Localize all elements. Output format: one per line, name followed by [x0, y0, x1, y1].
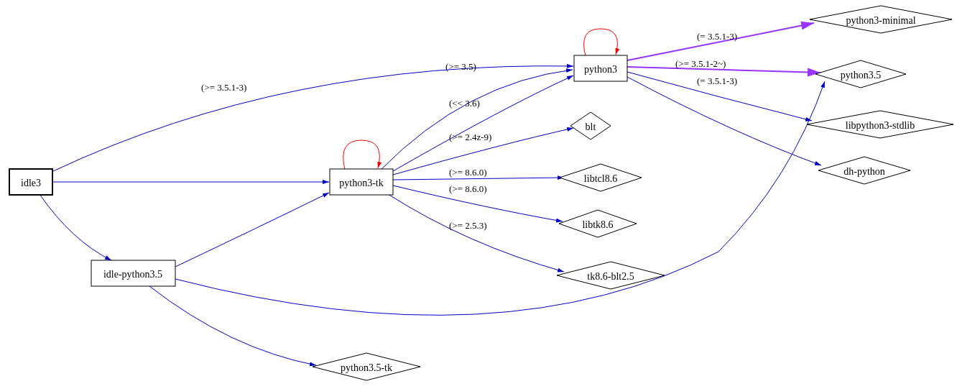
- edge-label: (= 3.5.1-3): [697, 75, 737, 86]
- edge-label: (<< 3.6): [449, 98, 480, 109]
- edge-label: (= 3.5.1-3): [697, 31, 737, 42]
- node-label: libtcl8.6: [584, 173, 617, 184]
- node-python35: python3.5: [815, 60, 906, 88]
- node-idle3: idle3: [9, 169, 52, 195]
- node-python3: python3: [574, 55, 627, 81]
- edge-label: (>= 3.5): [445, 61, 476, 72]
- node-label: blt: [586, 122, 596, 132]
- node-label: python3.5-tk: [341, 362, 392, 373]
- node-libtk86: libtk8.6: [559, 210, 637, 237]
- node-label: python3: [584, 64, 617, 75]
- node-label: tk8.6-blt2.5: [587, 271, 634, 282]
- edge-python3tk-python3-2: [393, 75, 573, 171]
- node-label: dh-python: [843, 166, 885, 177]
- dependency-graph: (>= 3.5.1-3) (>= 3.5) (<< 3.6) (>= 2.4z-…: [0, 0, 980, 389]
- edge-python3-dhpython: [627, 77, 821, 165]
- node-idle-python35: idle-python3.5: [91, 260, 175, 286]
- node-libpython3-stdlib: libpython3-stdlib: [807, 111, 953, 138]
- node-tk86blt25: tk8.6-blt2.5: [557, 262, 665, 289]
- edge-label: (>= 8.6.0): [449, 167, 487, 178]
- edge-python3-self: [584, 29, 618, 56]
- node-blt: blt: [570, 112, 611, 139]
- edge-label: (>= 2.5.3): [449, 220, 487, 231]
- node-python3-minimal: python3-minimal: [810, 6, 952, 33]
- edge-idlepython35-python3tk: [175, 193, 329, 267]
- node-label: libpython3-stdlib: [846, 120, 915, 131]
- edge-python3-python3minimal: [627, 23, 814, 60]
- node-label: python3-minimal: [846, 15, 915, 26]
- node-label: libtk8.6: [582, 219, 613, 230]
- node-label: python3.5: [841, 70, 881, 81]
- edge-idle3-python3: [53, 66, 573, 171]
- node-label: python3-tk: [339, 178, 383, 188]
- node-label: idle-python3.5: [103, 269, 162, 280]
- node-python3-tk: python3-tk: [330, 169, 393, 195]
- edge-idle3-idlepython35: [40, 194, 111, 260]
- edge-python3tk-libtcl86: [393, 178, 564, 180]
- node-python35-tk: python3.5-tk: [313, 353, 420, 380]
- edge-label: (>= 8.6.0): [449, 183, 487, 194]
- node-label: idle3: [21, 178, 41, 188]
- edge-label: (>= 3.5.1-2~): [675, 58, 726, 69]
- edge-idlepython35-python35: [175, 81, 825, 315]
- edge-idlepython35-python35tk: [149, 286, 316, 365]
- node-libtcl86: libtcl8.6: [560, 164, 642, 191]
- edge-label: (>= 3.5.1-3): [201, 82, 246, 93]
- edge-python3tk-tk86blt25: [388, 194, 564, 272]
- edge-python3tk-python3-1: [381, 70, 573, 170]
- edge-label: (>= 2.4z-9): [449, 132, 491, 142]
- node-dh-python: dh-python: [818, 157, 910, 184]
- edge-python3tk-self: [343, 140, 380, 170]
